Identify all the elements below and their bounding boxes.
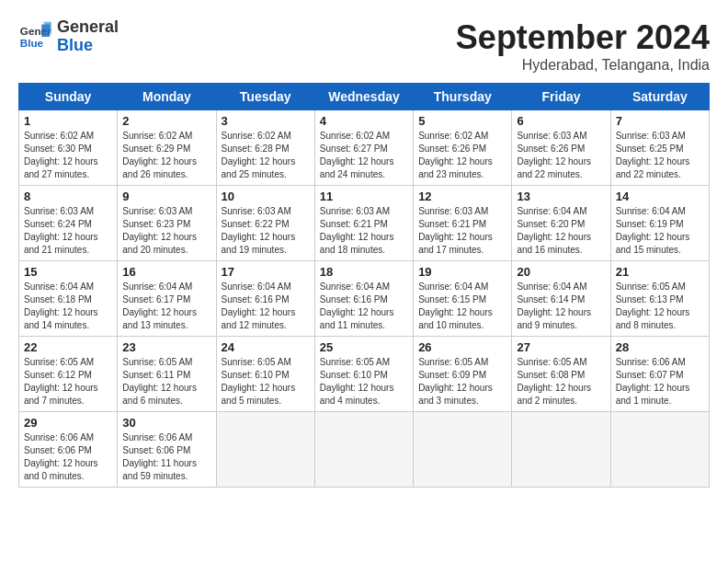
day-number: 19 bbox=[418, 265, 506, 279]
logo-icon: General Blue bbox=[18, 20, 51, 53]
cell-text: Sunrise: 6:04 AM Sunset: 6:17 PM Dayligh… bbox=[122, 281, 210, 332]
table-row: 3 Sunrise: 6:02 AM Sunset: 6:28 PM Dayli… bbox=[216, 110, 314, 186]
cell-text: Sunrise: 6:04 AM Sunset: 6:19 PM Dayligh… bbox=[616, 205, 704, 257]
cell-text: Sunrise: 6:03 AM Sunset: 6:23 PM Dayligh… bbox=[122, 205, 210, 257]
table-row: 1 Sunrise: 6:02 AM Sunset: 6:30 PM Dayli… bbox=[19, 110, 118, 186]
cell-text: Sunrise: 6:05 AM Sunset: 6:10 PM Dayligh… bbox=[222, 356, 310, 408]
table-row: 11 Sunrise: 6:03 AM Sunset: 6:21 PM Dayl… bbox=[314, 186, 413, 261]
cell-text: Sunrise: 6:03 AM Sunset: 6:21 PM Dayligh… bbox=[320, 205, 408, 257]
table-row: 9 Sunrise: 6:03 AM Sunset: 6:23 PM Dayli… bbox=[118, 186, 216, 261]
table-row: 23 Sunrise: 6:05 AM Sunset: 6:11 PM Dayl… bbox=[118, 337, 216, 412]
cell-text: Sunrise: 6:05 AM Sunset: 6:11 PM Dayligh… bbox=[122, 356, 210, 408]
table-row bbox=[512, 412, 610, 488]
table-row: 7 Sunrise: 6:03 AM Sunset: 6:25 PM Dayli… bbox=[610, 110, 709, 186]
day-number: 28 bbox=[616, 340, 704, 354]
day-number: 29 bbox=[24, 416, 112, 430]
day-number: 27 bbox=[517, 340, 605, 354]
table-row: 30 Sunrise: 6:06 AM Sunset: 6:06 PM Dayl… bbox=[118, 412, 216, 488]
cell-text: Sunrise: 6:02 AM Sunset: 6:30 PM Dayligh… bbox=[24, 130, 112, 181]
table-row: 2 Sunrise: 6:02 AM Sunset: 6:29 PM Dayli… bbox=[118, 110, 216, 186]
table-row: 6 Sunrise: 6:03 AM Sunset: 6:26 PM Dayli… bbox=[512, 110, 610, 186]
cell-text: Sunrise: 6:05 AM Sunset: 6:09 PM Dayligh… bbox=[418, 356, 506, 408]
day-number: 21 bbox=[616, 265, 704, 279]
logo-text: General Blue bbox=[57, 18, 119, 55]
day-number: 16 bbox=[122, 265, 210, 279]
header-saturday: Saturday bbox=[610, 84, 709, 110]
cell-text: Sunrise: 6:05 AM Sunset: 6:13 PM Dayligh… bbox=[616, 281, 704, 332]
day-number: 20 bbox=[517, 265, 605, 279]
cell-text: Sunrise: 6:03 AM Sunset: 6:22 PM Dayligh… bbox=[222, 205, 310, 257]
table-row: 26 Sunrise: 6:05 AM Sunset: 6:09 PM Dayl… bbox=[414, 337, 512, 412]
table-row: 22 Sunrise: 6:05 AM Sunset: 6:12 PM Dayl… bbox=[19, 337, 118, 412]
day-number: 25 bbox=[320, 340, 408, 354]
day-number: 15 bbox=[24, 265, 112, 279]
day-number: 10 bbox=[222, 190, 310, 203]
table-row: 19 Sunrise: 6:04 AM Sunset: 6:15 PM Dayl… bbox=[414, 261, 512, 337]
calendar-table: Sunday Monday Tuesday Wednesday Thursday… bbox=[18, 83, 710, 488]
calendar-row: 8 Sunrise: 6:03 AM Sunset: 6:24 PM Dayli… bbox=[19, 186, 710, 261]
day-number: 5 bbox=[418, 114, 506, 128]
cell-text: Sunrise: 6:04 AM Sunset: 6:16 PM Dayligh… bbox=[222, 281, 310, 332]
svg-text:Blue: Blue bbox=[20, 37, 44, 49]
table-row bbox=[314, 412, 413, 488]
day-number: 13 bbox=[517, 190, 605, 203]
title-section: September 2024 Hyderabad, Telangana, Ind… bbox=[456, 18, 710, 74]
day-number: 26 bbox=[418, 340, 506, 354]
calendar-row: 1 Sunrise: 6:02 AM Sunset: 6:30 PM Dayli… bbox=[19, 110, 710, 186]
cell-text: Sunrise: 6:03 AM Sunset: 6:26 PM Dayligh… bbox=[517, 130, 605, 181]
day-number: 8 bbox=[24, 190, 112, 203]
header-friday: Friday bbox=[512, 84, 610, 110]
cell-text: Sunrise: 6:02 AM Sunset: 6:27 PM Dayligh… bbox=[320, 130, 408, 181]
month-title: September 2024 bbox=[456, 18, 710, 57]
day-number: 1 bbox=[24, 114, 112, 128]
table-row: 12 Sunrise: 6:03 AM Sunset: 6:21 PM Dayl… bbox=[414, 186, 512, 261]
page-header: General Blue General Blue September 2024… bbox=[18, 18, 710, 74]
table-row: 13 Sunrise: 6:04 AM Sunset: 6:20 PM Dayl… bbox=[512, 186, 610, 261]
day-number: 17 bbox=[222, 265, 310, 279]
cell-text: Sunrise: 6:03 AM Sunset: 6:25 PM Dayligh… bbox=[616, 130, 704, 181]
table-row: 17 Sunrise: 6:04 AM Sunset: 6:16 PM Dayl… bbox=[216, 261, 314, 337]
day-number: 14 bbox=[616, 190, 704, 203]
table-row: 14 Sunrise: 6:04 AM Sunset: 6:19 PM Dayl… bbox=[610, 186, 709, 261]
day-number: 24 bbox=[222, 340, 310, 354]
cell-text: Sunrise: 6:03 AM Sunset: 6:24 PM Dayligh… bbox=[24, 205, 112, 257]
day-number: 4 bbox=[320, 114, 408, 128]
day-number: 6 bbox=[517, 114, 605, 128]
table-row: 5 Sunrise: 6:02 AM Sunset: 6:26 PM Dayli… bbox=[414, 110, 512, 186]
cell-text: Sunrise: 6:05 AM Sunset: 6:08 PM Dayligh… bbox=[517, 356, 605, 408]
calendar-row: 15 Sunrise: 6:04 AM Sunset: 6:18 PM Dayl… bbox=[19, 261, 710, 337]
cell-text: Sunrise: 6:02 AM Sunset: 6:26 PM Dayligh… bbox=[418, 130, 506, 181]
cell-text: Sunrise: 6:06 AM Sunset: 6:07 PM Dayligh… bbox=[616, 356, 704, 408]
day-number: 11 bbox=[320, 190, 408, 203]
table-row: 8 Sunrise: 6:03 AM Sunset: 6:24 PM Dayli… bbox=[19, 186, 118, 261]
cell-text: Sunrise: 6:04 AM Sunset: 6:18 PM Dayligh… bbox=[24, 281, 112, 332]
day-number: 9 bbox=[122, 190, 210, 203]
cell-text: Sunrise: 6:04 AM Sunset: 6:15 PM Dayligh… bbox=[418, 281, 506, 332]
table-row bbox=[414, 412, 512, 488]
table-row: 29 Sunrise: 6:06 AM Sunset: 6:06 PM Dayl… bbox=[19, 412, 118, 488]
day-number: 30 bbox=[122, 416, 210, 430]
cell-text: Sunrise: 6:02 AM Sunset: 6:28 PM Dayligh… bbox=[222, 130, 310, 181]
header-monday: Monday bbox=[118, 84, 216, 110]
cell-text: Sunrise: 6:06 AM Sunset: 6:06 PM Dayligh… bbox=[122, 431, 210, 483]
day-number: 18 bbox=[320, 265, 408, 279]
table-row: 24 Sunrise: 6:05 AM Sunset: 6:10 PM Dayl… bbox=[216, 337, 314, 412]
cell-text: Sunrise: 6:04 AM Sunset: 6:16 PM Dayligh… bbox=[320, 281, 408, 332]
cell-text: Sunrise: 6:05 AM Sunset: 6:10 PM Dayligh… bbox=[320, 356, 408, 408]
calendar-row: 29 Sunrise: 6:06 AM Sunset: 6:06 PM Dayl… bbox=[19, 412, 710, 488]
cell-text: Sunrise: 6:06 AM Sunset: 6:06 PM Dayligh… bbox=[24, 431, 112, 483]
day-number: 22 bbox=[24, 340, 112, 354]
table-row: 21 Sunrise: 6:05 AM Sunset: 6:13 PM Dayl… bbox=[610, 261, 709, 337]
cell-text: Sunrise: 6:03 AM Sunset: 6:21 PM Dayligh… bbox=[418, 205, 506, 257]
day-number: 23 bbox=[122, 340, 210, 354]
table-row: 20 Sunrise: 6:04 AM Sunset: 6:14 PM Dayl… bbox=[512, 261, 610, 337]
cell-text: Sunrise: 6:04 AM Sunset: 6:20 PM Dayligh… bbox=[517, 205, 605, 257]
table-row: 27 Sunrise: 6:05 AM Sunset: 6:08 PM Dayl… bbox=[512, 337, 610, 412]
cell-text: Sunrise: 6:04 AM Sunset: 6:14 PM Dayligh… bbox=[517, 281, 605, 332]
day-number: 7 bbox=[616, 114, 704, 128]
header-wednesday: Wednesday bbox=[314, 84, 413, 110]
table-row: 10 Sunrise: 6:03 AM Sunset: 6:22 PM Dayl… bbox=[216, 186, 314, 261]
table-row bbox=[216, 412, 314, 488]
day-number: 3 bbox=[222, 114, 310, 128]
cell-text: Sunrise: 6:02 AM Sunset: 6:29 PM Dayligh… bbox=[122, 130, 210, 181]
